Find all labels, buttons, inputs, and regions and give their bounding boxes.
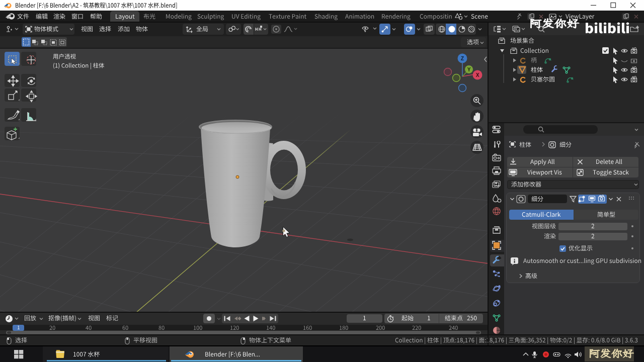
svg-text:X: X [476,72,479,78]
svg-text:Z: Z [461,56,464,61]
svg-text:Y: Y [467,67,471,72]
